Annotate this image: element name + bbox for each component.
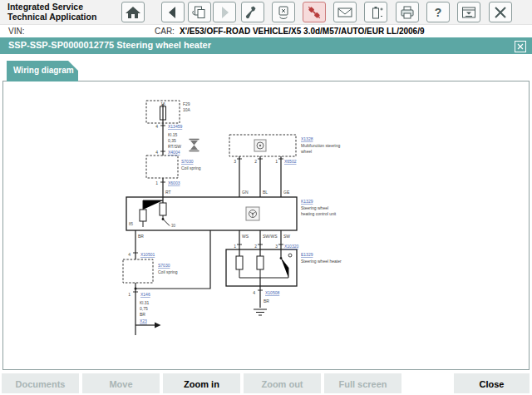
wire7-line1: Kl.31: [140, 300, 150, 305]
close-icon: [490, 4, 510, 21]
conn7-link[interactable]: X10320: [284, 244, 298, 249]
conn2-link[interactable]: X4004: [168, 150, 180, 155]
ctrl-name2: heating control unit: [301, 211, 337, 216]
wire2-color: RT: [165, 190, 171, 195]
conn1-pin: 4: [155, 124, 158, 129]
conn5-pin: 4: [128, 252, 131, 257]
fuse-rating: 10A: [183, 107, 191, 112]
measuring-device-icon: [273, 4, 293, 21]
conn7-pin3: 3: [275, 244, 278, 249]
hourglass-icon: [190, 140, 200, 151]
conn3-pin: 1: [155, 180, 158, 185]
service-functions-button[interactable]: [241, 2, 264, 22]
connector-icon: [304, 4, 324, 21]
battery-icon: [366, 4, 386, 21]
minimize-tray-icon: [459, 4, 479, 21]
battery-button[interactable]: [364, 2, 387, 22]
ctrl-link[interactable]: K1329: [301, 199, 313, 204]
forward-icon: [214, 4, 234, 21]
heater-name: Steering wheel heater: [301, 259, 342, 264]
wire9-color: SW/WS: [263, 234, 278, 239]
coil1-name: Coil spring: [181, 165, 201, 170]
multifunction-steering-wheel-box: [229, 135, 296, 156]
back-icon: [163, 4, 183, 21]
copy-session-button[interactable]: [188, 2, 211, 22]
heater-box: [226, 249, 297, 286]
ctrl-terminal-a: 85: [129, 222, 134, 226]
coil2-link[interactable]: S7030: [158, 263, 170, 268]
home-button[interactable]: [121, 2, 145, 22]
vin-label: VIN:: [8, 27, 24, 36]
home-icon: [123, 4, 143, 21]
document-close-button[interactable]: [515, 41, 526, 52]
conn2-pin: 4: [155, 150, 158, 155]
conn8-pin: 4: [253, 290, 255, 295]
fuse-pin-top: 16: [160, 101, 165, 106]
conn6-pin: 1: [128, 292, 131, 297]
close-app-button[interactable]: [489, 2, 512, 22]
ground-and-arrows: [135, 288, 268, 328]
mfsw-name1: Multifunction steering: [301, 143, 340, 148]
wire6-color: BR: [138, 234, 144, 239]
printer-icon: [397, 4, 417, 21]
forward-button: [213, 2, 236, 22]
move-button: Move: [82, 373, 160, 393]
mail-icon: [335, 4, 355, 21]
ista-window: Integrated Service Technical Application: [0, 0, 532, 395]
conn8-link[interactable]: X10508: [265, 290, 279, 295]
brand-line1: Integrated Service: [7, 2, 96, 12]
mfsw-pin2: 2: [254, 159, 257, 164]
conn7-pin2: 2: [254, 244, 257, 249]
wire1-line1: Kl.15: [168, 132, 178, 137]
help-icon: ?: [435, 6, 442, 19]
conn5-link[interactable]: X10501: [140, 252, 155, 257]
conn4-link[interactable]: X6502: [284, 159, 297, 164]
zoom-out-button: Zoom out: [244, 373, 321, 393]
ctrl-name1: Steering wheel: [301, 205, 328, 210]
help-button[interactable]: ?: [426, 2, 450, 22]
mfsw-pin1: 1: [275, 159, 278, 164]
conn6-link[interactable]: X146: [140, 292, 150, 297]
measuring-device-button[interactable]: [272, 2, 295, 22]
coil-spring-1-box: [146, 156, 178, 178]
documents-button: Documents: [2, 373, 79, 393]
wire7-line3: BR: [140, 312, 145, 317]
wire1-line2: 0,35: [168, 138, 176, 143]
mfsw-link[interactable]: X1328: [301, 136, 313, 141]
conn3-link[interactable]: X6003: [168, 180, 180, 185]
coil2-name: Coil spring: [158, 269, 178, 274]
conn1-link[interactable]: X13459: [168, 124, 182, 129]
control-unit-box: [126, 197, 297, 230]
document-title-bar: SSP-SSP-SP0000012775 Steering wheel heat…: [0, 37, 532, 54]
wire8-color: WS: [242, 234, 249, 239]
toolbar: Integrated Service Technical Application: [0, 0, 532, 25]
wire5-color: GE: [283, 190, 290, 195]
app-brand: Integrated Service Technical Application: [7, 2, 96, 22]
close-button[interactable]: Close: [454, 373, 530, 393]
conn7-pin1: 1: [234, 244, 236, 249]
close-icon: [517, 43, 524, 50]
minimize-tray-button[interactable]: [457, 2, 480, 22]
vehicle-row: VIN: CAR: X'/E53/OFF-ROAD VEHICLE/X5 3.0…: [0, 25, 532, 37]
coil1-link[interactable]: S7030: [181, 159, 194, 164]
fuse-name: F29: [183, 101, 190, 106]
gnd1-link[interactable]: X23: [140, 318, 147, 323]
wire10-color: SW: [283, 234, 290, 239]
ctrl-terminal-b: 30: [171, 224, 176, 228]
copy-pages-icon: [190, 4, 209, 21]
wire11-color: BR: [264, 299, 269, 304]
mail-button[interactable]: [333, 2, 357, 22]
wiring-diagram-canvas[interactable]: 16 F29 10A 4 X13459 Kl.15 0,35 RT/SW 4 X…: [2, 81, 530, 370]
back-button[interactable]: [161, 2, 185, 22]
brand-line2: Technical Application: [7, 12, 96, 22]
tab-wiring-diagram[interactable]: Wiring diagram: [7, 61, 78, 81]
zoom-in-button[interactable]: Zoom in: [163, 373, 240, 393]
car-value: X'/E53/OFF-ROAD VEHICLE/X5 3.0d/M57/AUTO…: [180, 27, 425, 36]
wire1-line3: RT/SW: [168, 144, 181, 149]
heater-link[interactable]: E1329: [301, 252, 313, 257]
document-title: SSP-SSP-SP0000012775 Steering wheel heat…: [8, 40, 211, 50]
connector-alert-button[interactable]: [303, 2, 326, 22]
print-button[interactable]: [396, 2, 419, 22]
mfsw-name2: wheel: [301, 149, 312, 154]
full-screen-button: Full screen: [324, 373, 401, 393]
